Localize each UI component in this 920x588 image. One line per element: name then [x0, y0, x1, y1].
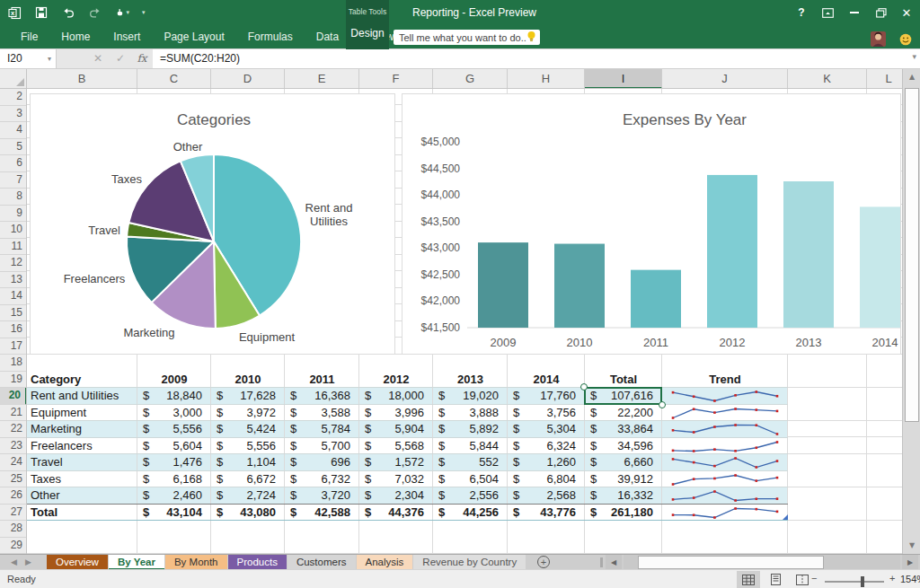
select-all-corner[interactable] — [0, 69, 27, 89]
row-header-20[interactable]: 20 — [0, 388, 27, 405]
pie-chart[interactable]: CategoriesRent and UtilitiesEquipmentMar… — [30, 93, 395, 355]
cell-G27[interactable]: $44,256 — [433, 505, 508, 522]
row-header-27[interactable]: 27 — [0, 505, 27, 522]
cell-E25[interactable]: $6,732 — [285, 471, 359, 488]
cell-D24[interactable]: $1,104 — [211, 454, 285, 471]
cell-D27[interactable]: $43,080 — [211, 505, 285, 522]
cell-H22[interactable]: $5,304 — [508, 421, 585, 438]
cell-H26[interactable]: $2,568 — [508, 487, 585, 505]
cell-G19[interactable]: 2013 — [433, 372, 508, 389]
sheet-tab-analysis[interactable]: Analysis — [357, 555, 413, 570]
column-header-E[interactable]: E — [285, 69, 359, 89]
cell-H21[interactable]: $3,756 — [508, 405, 585, 422]
tell-me-input[interactable]: Tell me what you want to do... — [394, 30, 540, 45]
cell-H27[interactable]: $43,776 — [508, 505, 585, 522]
touch-mode-icon[interactable]: ▾ — [115, 5, 129, 20]
cell-F24[interactable]: $1,572 — [359, 454, 433, 471]
zoom-slider-thumb[interactable] — [861, 576, 864, 587]
restore-icon[interactable] — [871, 4, 891, 21]
zoom-out-icon[interactable]: − — [811, 573, 817, 584]
column-header-J[interactable]: J — [662, 69, 788, 89]
cell-B25[interactable]: Taxes — [27, 471, 137, 488]
row-header-3[interactable]: 3 — [0, 106, 27, 123]
cell-I23[interactable]: $34,596 — [585, 438, 662, 455]
cell-B27[interactable]: Total — [27, 505, 137, 522]
name-box-dropdown-icon[interactable]: ▾ — [48, 49, 51, 68]
column-header-C[interactable]: C — [137, 69, 211, 89]
row-header-24[interactable]: 24 — [0, 454, 27, 471]
cell-I21[interactable]: $22,200 — [585, 405, 662, 422]
row-header-19[interactable]: 19 — [0, 372, 27, 389]
cell-I24[interactable]: $6,660 — [585, 454, 662, 471]
cell-B26[interactable]: Other — [27, 487, 137, 505]
sheet-tab-by-month[interactable]: By Month — [165, 555, 227, 570]
redo-icon[interactable] — [88, 5, 102, 20]
cell-F25[interactable]: $7,032 — [359, 471, 433, 488]
cell-F27[interactable]: $44,376 — [359, 505, 433, 522]
cell-G22[interactable]: $5,892 — [433, 421, 508, 438]
column-header-D[interactable]: D — [211, 69, 285, 89]
cell-C19[interactable]: 2009 — [137, 372, 211, 389]
cell-I26[interactable]: $16,332 — [585, 487, 662, 505]
cell-F23[interactable]: $5,568 — [359, 438, 433, 455]
cell-D22[interactable]: $5,424 — [211, 421, 285, 438]
cell-H23[interactable]: $6,324 — [508, 438, 585, 455]
cell-G21[interactable]: $3,888 — [433, 405, 508, 422]
cell-F19[interactable]: 2012 — [359, 372, 433, 389]
vertical-scroll-thumb[interactable] — [905, 88, 919, 422]
new-sheet-button[interactable]: + — [537, 556, 550, 568]
horizontal-scrollbar[interactable] — [624, 555, 900, 570]
tab-formulas[interactable]: Formulas — [236, 25, 305, 49]
cell-G25[interactable]: $6,504 — [433, 471, 508, 488]
cell-E24[interactable]: $696 — [285, 454, 359, 471]
table-resize-handle[interactable] — [783, 514, 788, 520]
cancel-icon[interactable]: ✕ — [88, 49, 108, 68]
cell-E23[interactable]: $5,700 — [285, 438, 359, 455]
cell-F21[interactable]: $3,996 — [359, 405, 433, 422]
worksheet-grid[interactable]: Category200920102011201220132014TotalTre… — [27, 89, 902, 554]
cell-H25[interactable]: $6,804 — [508, 471, 585, 488]
row-header-5[interactable]: 5 — [0, 139, 27, 156]
enter-icon[interactable]: ✓ — [111, 49, 130, 68]
cell-E20[interactable]: $16,368 — [285, 388, 359, 405]
row-header-22[interactable]: 22 — [0, 421, 27, 438]
scroll-down-icon[interactable]: ▼ — [903, 538, 920, 554]
scroll-up-icon[interactable]: ▲ — [903, 69, 920, 85]
formula-input[interactable]: =SUM(C20:H20) — [153, 49, 920, 68]
cell-C26[interactable]: $2,460 — [137, 487, 211, 505]
cell-B22[interactable]: Marketing — [27, 421, 137, 438]
cell-H19[interactable]: 2014 — [508, 372, 585, 389]
tab-home[interactable]: Home — [49, 25, 102, 49]
row-header-14[interactable]: 14 — [0, 288, 27, 305]
undo-icon[interactable] — [61, 5, 75, 20]
selection-handle-bottom-right[interactable] — [659, 401, 666, 408]
close-icon[interactable]: ✕ — [897, 4, 916, 21]
sheet-tab-overview[interactable]: Overview — [47, 555, 108, 570]
row-header-10[interactable]: 10 — [0, 222, 27, 239]
cell-I25[interactable]: $39,912 — [585, 471, 662, 488]
column-header-L[interactable]: L — [867, 69, 902, 89]
cell-B24[interactable]: Travel — [27, 454, 137, 471]
row-header-9[interactable]: 9 — [0, 206, 27, 223]
cell-E19[interactable]: 2011 — [285, 372, 359, 389]
row-header-16[interactable]: 16 — [0, 321, 27, 338]
cell-D20[interactable]: $17,628 — [211, 388, 285, 405]
row-header-18[interactable]: 18 — [0, 355, 27, 372]
tab-insert[interactable]: Insert — [102, 25, 152, 49]
cell-E22[interactable]: $5,784 — [285, 421, 359, 438]
cell-G20[interactable]: $19,020 — [433, 388, 508, 405]
cell-G24[interactable]: $552 — [433, 454, 508, 471]
row-header-26[interactable]: 26 — [0, 487, 27, 505]
cell-I27[interactable]: $261,180 — [585, 505, 662, 522]
insert-function-icon[interactable]: fx — [132, 49, 152, 68]
cell-J19[interactable]: Trend — [662, 372, 788, 389]
tab-splitter[interactable] — [600, 557, 603, 567]
hscroll-right-icon[interactable]: ▶ — [902, 555, 918, 570]
column-header-I[interactable]: I — [585, 69, 662, 89]
cell-D26[interactable]: $2,724 — [211, 487, 285, 505]
page-layout-view-icon[interactable] — [764, 571, 787, 588]
tab-scroll-left-icon[interactable]: ◀ — [11, 555, 17, 570]
selected-cell-I20[interactable] — [584, 387, 662, 405]
zoom-slider[interactable] — [825, 581, 884, 583]
selection-handle-top-left[interactable] — [580, 383, 588, 391]
